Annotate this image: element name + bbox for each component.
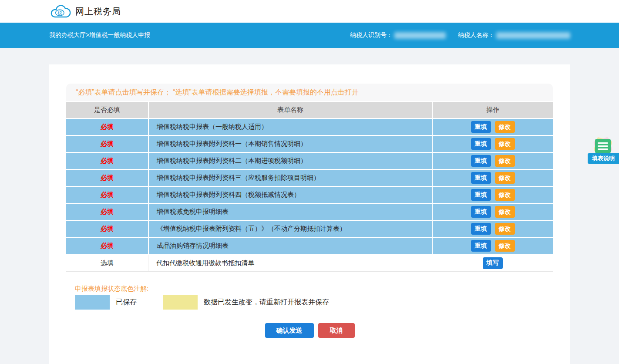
form-name: 代扣代缴税收通用缴款书抵扣清单 — [148, 255, 432, 271]
taxpayer-id-field: 纳税人识别号： — [350, 31, 446, 39]
row-actions: 重填修改 — [432, 238, 553, 254]
table-row: 必填 增值税减免税申报明细表 重填修改 — [66, 204, 553, 221]
column-header-required: 是否必填 — [66, 102, 148, 118]
table-row: 选填 代扣代缴税收通用缴款书抵扣清单 填写 — [66, 255, 553, 272]
required-flag: 必填 — [101, 140, 114, 148]
form-instructions-button[interactable]: 填表说明 — [588, 153, 619, 164]
required-flag: 必填 — [101, 242, 114, 250]
taxpayer-id-label: 纳税人识别号： — [350, 31, 393, 39]
required-flag: 必填 — [101, 174, 114, 182]
table-row: 必填 增值税纳税申报表附列资料一（本期销售情况明细） 重填修改 — [66, 136, 553, 153]
column-header-actions: 操作 — [432, 102, 553, 118]
row-actions: 重填修改 — [432, 119, 553, 135]
table-row: 必填 增值税纳税申报表附列资料二（本期进项税额明细） 重填修改 — [66, 153, 553, 170]
form-name: 增值税纳税申报表附列资料一（本期销售情况明细） — [148, 136, 432, 152]
taxpayer-id-value-redacted — [394, 32, 446, 39]
required-flag: 必填 — [101, 208, 114, 216]
form-name: 《增值税纳税申报表附列资料（五）》（不动产分期抵扣计算表） — [148, 221, 432, 237]
modify-button[interactable]: 修改 — [495, 155, 515, 167]
tax-cloud-logo-icon: 税 — [49, 3, 72, 20]
table-row: 必填 增值税纳税申报表附列资料四（税额抵减情况表） 重填修改 — [66, 187, 553, 204]
breadcrumb: 我的办税大厅>增值税一般纳税人申报 — [49, 31, 150, 39]
legend-label: 已保存 — [116, 298, 137, 307]
row-actions: 重填修改 — [432, 221, 553, 237]
site-logo: 税 网上税务局 — [49, 3, 121, 20]
refill-button[interactable]: 重填 — [471, 223, 491, 235]
refill-button[interactable]: 重填 — [471, 138, 491, 150]
row-actions: 重填修改 — [432, 170, 553, 186]
document-list-icon — [595, 139, 611, 153]
cancel-button[interactable]: 取消 — [318, 323, 355, 338]
table-row: 必填 成品油购销存情况明细表 重填修改 — [66, 238, 553, 255]
confirm-send-button[interactable]: 确认发送 — [265, 323, 314, 338]
taxpayer-name-label: 纳税人名称： — [458, 31, 495, 39]
table-row: 必填 增值税纳税申报表附列资料三（应税服务扣除项目明细） 重填修改 — [66, 170, 553, 187]
form-name: 增值税纳税申报表（一般纳税人适用） — [148, 119, 432, 135]
required-flag: 选填 — [101, 259, 114, 267]
form-name: 增值税纳税申报表附列资料三（应税服务扣除项目明细） — [148, 170, 432, 186]
legend-row: 已保存数据已发生改变，请重新打开报表并保存 — [75, 295, 329, 310]
modify-button[interactable]: 修改 — [495, 206, 515, 218]
modify-button[interactable]: 修改 — [495, 189, 515, 201]
modify-button[interactable]: 修改 — [495, 223, 515, 235]
modify-button[interactable]: 修改 — [495, 121, 515, 133]
refill-button[interactable]: 重填 — [471, 172, 491, 184]
refill-button[interactable]: 重填 — [471, 240, 491, 252]
row-actions: 重填修改 — [432, 187, 553, 203]
row-actions: 重填修改 — [432, 153, 553, 169]
taxpayer-info: 纳税人识别号： 纳税人名称： — [350, 31, 570, 39]
site-title: 网上税务局 — [75, 6, 121, 17]
notice-bar: “必填”表单请点击填写并保存； “选填”表单请根据需要选择填报，不需要填报的不用… — [66, 84, 553, 101]
required-flag: 必填 — [101, 123, 114, 131]
row-actions: 重填修改 — [432, 136, 553, 152]
legend-swatch — [75, 295, 110, 310]
modify-button[interactable]: 修改 — [495, 172, 515, 184]
required-flag: 必填 — [101, 157, 114, 165]
form-name: 成品油购销存情况明细表 — [148, 238, 432, 254]
svg-text:税: 税 — [57, 10, 62, 15]
required-flag: 必填 — [101, 191, 114, 199]
form-name: 增值税纳税申报表附列资料四（税额抵减情况表） — [148, 187, 432, 203]
required-flag: 必填 — [101, 225, 114, 233]
taxpayer-name-value-redacted — [496, 32, 570, 39]
legend-label: 数据已发生改变，请重新打开报表并保存 — [204, 298, 329, 307]
refill-button[interactable]: 重填 — [471, 189, 491, 201]
nav-bar: 我的办税大厅>增值税一般纳税人申报 纳税人识别号： 纳税人名称： — [0, 23, 619, 48]
refill-button[interactable]: 重填 — [471, 121, 491, 133]
legend-swatch — [163, 295, 198, 310]
notice-text: “必填”表单请点击填写并保存； “选填”表单请根据需要选择填报，不需要填报的不用… — [76, 88, 359, 97]
table-row: 必填 增值税纳税申报表（一般纳税人适用） 重填修改 — [66, 119, 553, 136]
row-actions: 重填修改 — [432, 204, 553, 220]
footer-actions: 确认发送 取消 — [49, 323, 570, 338]
form-table-body: 必填 增值税纳税申报表（一般纳税人适用） 重填修改 必填 增值税纳税申报表附列资… — [66, 119, 553, 272]
form-table: 是否必填 表单名称 操作 必填 增值税纳税申报表（一般纳税人适用） 重填修改 必… — [66, 102, 553, 272]
form-help-widget[interactable]: 填表说明 — [587, 137, 619, 165]
refill-button[interactable]: 重填 — [471, 206, 491, 218]
modify-button[interactable]: 修改 — [495, 138, 515, 150]
column-header-form-name: 表单名称 — [148, 102, 432, 118]
fill-button[interactable]: 填写 — [483, 257, 503, 269]
form-name: 增值税纳税申报表附列资料二（本期进项税额明细） — [148, 153, 432, 169]
taxpayer-name-field: 纳税人名称： — [458, 31, 570, 39]
form-name: 增值税减免税申报明细表 — [148, 204, 432, 220]
table-header-row: 是否必填 表单名称 操作 — [66, 102, 553, 119]
table-row: 必填 《增值税纳税申报表附列资料（五）》（不动产分期抵扣计算表） 重填修改 — [66, 221, 553, 238]
top-header: 税 网上税务局 — [0, 0, 619, 23]
content-panel: “必填”表单请点击填写并保存； “选填”表单请根据需要选择填报，不需要填报的不用… — [49, 64, 570, 364]
refill-button[interactable]: 重填 — [471, 155, 491, 167]
modify-button[interactable]: 修改 — [495, 240, 515, 252]
row-actions: 填写 — [432, 255, 553, 271]
legend-title: 申报表填报状态底色注解: — [75, 285, 148, 293]
